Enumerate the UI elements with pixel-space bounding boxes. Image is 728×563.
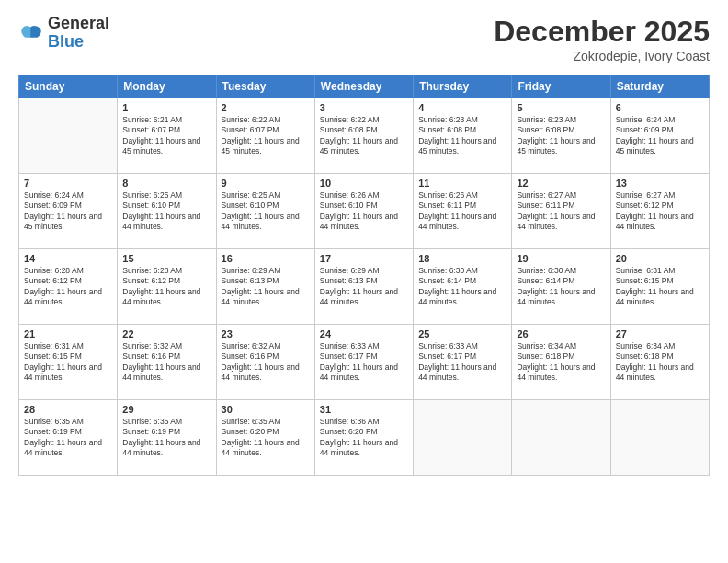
day-info: Sunrise: 6:24 AMSunset: 6:09 PMDaylight:… (24, 190, 112, 233)
day-number: 31 (320, 404, 408, 415)
day-number: 23 (222, 328, 310, 339)
calendar-day-header: Thursday (414, 75, 512, 98)
calendar-week-row: 28Sunrise: 6:35 AMSunset: 6:19 PMDayligh… (19, 400, 710, 476)
page: General Blue December 2025 Zokrodepie, I… (0, 0, 728, 563)
calendar-cell: 10Sunrise: 6:26 AMSunset: 6:10 PMDayligh… (314, 174, 413, 249)
calendar-week-row: 1Sunrise: 6:21 AMSunset: 6:07 PMDaylight… (19, 98, 710, 174)
day-number: 8 (122, 178, 210, 189)
calendar-cell: 31Sunrise: 6:36 AMSunset: 6:20 PMDayligh… (314, 400, 413, 476)
day-info: Sunrise: 6:34 AMSunset: 6:18 PMDaylight:… (517, 341, 605, 384)
calendar-cell: 5Sunrise: 6:23 AMSunset: 6:08 PMDaylight… (512, 98, 610, 174)
calendar-cell (512, 400, 610, 476)
day-number: 16 (222, 253, 310, 264)
logo: General Blue (18, 15, 109, 52)
calendar-cell: 18Sunrise: 6:30 AMSunset: 6:14 PMDayligh… (414, 249, 512, 325)
calendar-cell (414, 400, 512, 476)
calendar-day-header: Wednesday (314, 75, 413, 98)
day-number: 17 (320, 253, 408, 264)
day-info: Sunrise: 6:25 AMSunset: 6:10 PMDaylight:… (122, 190, 210, 233)
calendar-cell: 7Sunrise: 6:24 AMSunset: 6:09 PMDaylight… (19, 174, 118, 249)
title-section: December 2025 Zokrodepie, Ivory Coast (494, 15, 710, 63)
calendar-header-row: SundayMondayTuesdayWednesdayThursdayFrid… (19, 75, 710, 98)
day-number: 5 (517, 102, 605, 113)
day-info: Sunrise: 6:28 AMSunset: 6:12 PMDaylight:… (122, 266, 210, 308)
calendar-cell: 24Sunrise: 6:33 AMSunset: 6:17 PMDayligh… (314, 325, 413, 400)
calendar-cell: 21Sunrise: 6:31 AMSunset: 6:15 PMDayligh… (19, 325, 118, 400)
calendar-cell: 9Sunrise: 6:25 AMSunset: 6:10 PMDaylight… (216, 174, 314, 249)
calendar-cell: 14Sunrise: 6:28 AMSunset: 6:12 PMDayligh… (19, 249, 118, 325)
calendar-cell: 19Sunrise: 6:30 AMSunset: 6:14 PMDayligh… (512, 249, 610, 325)
day-number: 19 (517, 253, 605, 264)
day-info: Sunrise: 6:29 AMSunset: 6:13 PMDaylight:… (222, 266, 310, 308)
day-info: Sunrise: 6:35 AMSunset: 6:19 PMDaylight:… (24, 417, 112, 459)
location: Zokrodepie, Ivory Coast (494, 49, 710, 63)
day-number: 10 (320, 178, 408, 189)
day-number: 30 (222, 404, 310, 415)
day-number: 15 (122, 253, 210, 264)
calendar-day-header: Monday (118, 75, 216, 98)
day-info: Sunrise: 6:32 AMSunset: 6:16 PMDaylight:… (122, 341, 210, 384)
day-info: Sunrise: 6:33 AMSunset: 6:17 PMDaylight:… (320, 341, 408, 384)
calendar-day-header: Friday (512, 75, 610, 98)
day-number: 27 (616, 328, 704, 339)
month-title: December 2025 (494, 15, 710, 49)
day-info: Sunrise: 6:27 AMSunset: 6:11 PMDaylight:… (517, 190, 605, 233)
day-info: Sunrise: 6:35 AMSunset: 6:20 PMDaylight:… (222, 417, 310, 459)
day-number: 22 (122, 328, 210, 339)
logo-text: General Blue (48, 15, 109, 52)
day-number: 11 (418, 178, 506, 189)
day-info: Sunrise: 6:23 AMSunset: 6:08 PMDaylight:… (418, 115, 506, 157)
day-number: 13 (616, 178, 704, 189)
calendar-cell: 4Sunrise: 6:23 AMSunset: 6:08 PMDaylight… (414, 98, 512, 174)
day-number: 25 (418, 328, 506, 339)
day-number: 12 (517, 178, 605, 189)
day-number: 20 (616, 253, 704, 264)
day-number: 24 (320, 328, 408, 339)
calendar-cell: 1Sunrise: 6:21 AMSunset: 6:07 PMDaylight… (118, 98, 216, 174)
header: General Blue December 2025 Zokrodepie, I… (18, 15, 710, 63)
calendar-cell: 12Sunrise: 6:27 AMSunset: 6:11 PMDayligh… (512, 174, 610, 249)
day-number: 7 (24, 178, 112, 189)
day-number: 28 (24, 404, 112, 415)
day-info: Sunrise: 6:36 AMSunset: 6:20 PMDaylight:… (320, 417, 408, 459)
day-info: Sunrise: 6:34 AMSunset: 6:18 PMDaylight:… (616, 341, 704, 384)
calendar-cell: 13Sunrise: 6:27 AMSunset: 6:12 PMDayligh… (610, 174, 709, 249)
day-info: Sunrise: 6:23 AMSunset: 6:08 PMDaylight:… (517, 115, 605, 157)
calendar-cell: 2Sunrise: 6:22 AMSunset: 6:07 PMDaylight… (216, 98, 314, 174)
day-info: Sunrise: 6:22 AMSunset: 6:08 PMDaylight:… (320, 115, 408, 157)
calendar-cell: 22Sunrise: 6:32 AMSunset: 6:16 PMDayligh… (118, 325, 216, 400)
day-info: Sunrise: 6:31 AMSunset: 6:15 PMDaylight:… (616, 266, 704, 308)
day-info: Sunrise: 6:25 AMSunset: 6:10 PMDaylight:… (222, 190, 310, 233)
day-info: Sunrise: 6:22 AMSunset: 6:07 PMDaylight:… (222, 115, 310, 157)
calendar-week-row: 14Sunrise: 6:28 AMSunset: 6:12 PMDayligh… (19, 249, 710, 325)
calendar-cell: 11Sunrise: 6:26 AMSunset: 6:11 PMDayligh… (414, 174, 512, 249)
calendar-day-header: Saturday (610, 75, 709, 98)
calendar-cell: 23Sunrise: 6:32 AMSunset: 6:16 PMDayligh… (216, 325, 314, 400)
day-info: Sunrise: 6:26 AMSunset: 6:11 PMDaylight:… (418, 190, 506, 233)
day-info: Sunrise: 6:29 AMSunset: 6:13 PMDaylight:… (320, 266, 408, 308)
day-number: 2 (222, 102, 310, 113)
day-number: 29 (122, 404, 210, 415)
day-number: 21 (24, 328, 112, 339)
day-number: 14 (24, 253, 112, 264)
calendar-cell (610, 400, 709, 476)
calendar-cell: 6Sunrise: 6:24 AMSunset: 6:09 PMDaylight… (610, 98, 709, 174)
calendar-cell: 26Sunrise: 6:34 AMSunset: 6:18 PMDayligh… (512, 325, 610, 400)
calendar-cell: 16Sunrise: 6:29 AMSunset: 6:13 PMDayligh… (216, 249, 314, 325)
calendar-cell: 25Sunrise: 6:33 AMSunset: 6:17 PMDayligh… (414, 325, 512, 400)
day-info: Sunrise: 6:31 AMSunset: 6:15 PMDaylight:… (24, 341, 112, 384)
calendar-cell: 20Sunrise: 6:31 AMSunset: 6:15 PMDayligh… (610, 249, 709, 325)
day-info: Sunrise: 6:32 AMSunset: 6:16 PMDaylight:… (222, 341, 310, 384)
logo-general-text: General (48, 15, 109, 33)
day-info: Sunrise: 6:35 AMSunset: 6:19 PMDaylight:… (122, 417, 210, 459)
calendar-cell (19, 98, 118, 174)
calendar-cell: 27Sunrise: 6:34 AMSunset: 6:18 PMDayligh… (610, 325, 709, 400)
day-info: Sunrise: 6:27 AMSunset: 6:12 PMDaylight:… (616, 190, 704, 233)
logo-blue-text: Blue (48, 33, 109, 52)
day-info: Sunrise: 6:33 AMSunset: 6:17 PMDaylight:… (418, 341, 506, 384)
day-info: Sunrise: 6:28 AMSunset: 6:12 PMDaylight:… (24, 266, 112, 308)
day-info: Sunrise: 6:30 AMSunset: 6:14 PMDaylight:… (418, 266, 506, 308)
day-number: 26 (517, 328, 605, 339)
day-number: 3 (320, 102, 408, 113)
day-info: Sunrise: 6:30 AMSunset: 6:14 PMDaylight:… (517, 266, 605, 308)
